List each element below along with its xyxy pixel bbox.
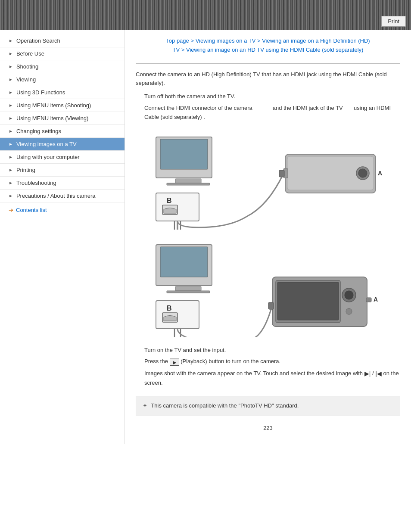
svg-point-33 xyxy=(346,308,352,314)
instruction-1: Turn off both the camera and the TV. xyxy=(144,92,400,101)
playback-icon: ▶ xyxy=(170,358,179,366)
content-area: Top page > Viewing images on a TV > View… xyxy=(125,30,411,444)
sidebar-item-viewing-tv[interactable]: ► Viewing images on a TV xyxy=(0,138,125,151)
instruction-5: Images shot with the camera appear on th… xyxy=(144,369,400,387)
arrow-icon: ► xyxy=(9,193,13,198)
svg-text:A: A xyxy=(378,170,382,177)
svg-rect-34 xyxy=(366,298,371,302)
svg-rect-21 xyxy=(167,291,210,293)
sidebar-item-label: Operation Search xyxy=(16,37,60,44)
arrow-icon: ► xyxy=(9,64,13,69)
sidebar-item-label: Shooting xyxy=(16,63,38,70)
sidebar-item-label: Precautions / About this camera xyxy=(16,193,96,199)
svg-text:B: B xyxy=(167,197,172,204)
arrow-icon: ► xyxy=(9,180,13,185)
sidebar-item-viewing[interactable]: ► Viewing xyxy=(0,73,125,86)
tip-icon: ✦ xyxy=(143,402,147,409)
sidebar-item-label: Using MENU items (Viewing) xyxy=(16,115,88,121)
arrow-icon: ► xyxy=(9,38,13,43)
arrow-icon: ► xyxy=(9,155,13,159)
instruction-2: Connect the HDMI connector of the camera… xyxy=(144,104,400,122)
sidebar-item-label: Before Use xyxy=(16,50,44,57)
arrow-icon: ► xyxy=(9,90,13,95)
contents-link-label: Contents list xyxy=(16,207,47,213)
svg-rect-2 xyxy=(175,179,201,183)
connection-diagram-1: B C A xyxy=(143,131,393,230)
svg-rect-17 xyxy=(279,170,284,177)
body-text-1: Connect the camera to an HD (High Defini… xyxy=(136,70,400,88)
header-banner: Print xyxy=(0,0,411,30)
arrow-icon: ► xyxy=(9,116,13,121)
sidebar-item-changing-settings[interactable]: ► Changing settings xyxy=(0,125,125,138)
sidebar-item-label: Changing settings xyxy=(16,128,61,134)
sidebar-item-printing[interactable]: ► Printing xyxy=(0,164,125,177)
svg-point-14 xyxy=(358,169,367,177)
instruction-3: Turn on the TV and set the input. xyxy=(144,346,400,355)
sidebar-item-3d-functions[interactable]: ► Using 3D Functions xyxy=(0,86,125,99)
breadcrumb-hdmi[interactable]: TV > Viewing an image on an HD TV using … xyxy=(173,47,364,53)
prev-icon: |◀ xyxy=(375,370,382,377)
sidebar-item-menu-shooting[interactable]: ► Using MENU items (Shooting) xyxy=(0,99,125,112)
diagram-1: B C A xyxy=(136,131,400,230)
sidebar-item-label: Using MENU items (Shooting) xyxy=(16,102,91,109)
svg-point-32 xyxy=(345,291,353,299)
sidebar-item-label: Troubleshooting xyxy=(16,180,56,186)
svg-text:B: B xyxy=(167,305,172,312)
arrow-icon: ► xyxy=(9,168,13,172)
svg-text:A: A xyxy=(374,296,378,303)
arrow-icon: ► xyxy=(9,129,13,134)
arrow-icon: ► xyxy=(9,77,13,82)
arrow-icon: ► xyxy=(9,103,13,108)
breadcrumb-viewing-tv[interactable]: Viewing images on a TV xyxy=(196,37,256,44)
svg-rect-30 xyxy=(277,282,339,320)
sidebar-item-menu-viewing[interactable]: ► Using MENU items (Viewing) xyxy=(0,112,125,125)
main-layout: ► Operation Search ► Before Use ► Shooti… xyxy=(0,30,411,444)
sidebar-item-operation-search[interactable]: ► Operation Search xyxy=(0,34,125,47)
connection-diagram-2: B C A xyxy=(143,238,393,337)
arrow-icon: ► xyxy=(9,142,13,146)
sidebar-item-shooting[interactable]: ► Shooting xyxy=(0,60,125,73)
instruction-4: Press the ▶ (Playback) button to turn on… xyxy=(144,357,400,366)
page-number: 223 xyxy=(136,425,400,431)
tip-text: This camera is compatible with the "Phot… xyxy=(151,402,299,409)
sidebar-item-label: Viewing xyxy=(16,76,36,83)
breadcrumb: Top page > Viewing images on a TV > View… xyxy=(136,37,400,55)
sidebar-item-precautions[interactable]: ► Precautions / About this camera xyxy=(0,190,125,202)
contents-list-link[interactable]: ➔ Contents list xyxy=(0,202,125,218)
title-separator xyxy=(136,63,400,64)
sidebar-item-computer[interactable]: ► Using with your computer xyxy=(0,151,125,164)
next-icon: ▶| xyxy=(364,370,371,377)
svg-rect-36 xyxy=(268,302,274,309)
sidebar-item-label: Using with your computer xyxy=(16,154,80,160)
print-button[interactable]: Print xyxy=(381,16,406,27)
breadcrumb-hd[interactable]: Viewing an image on a High Definition (H… xyxy=(262,37,370,44)
sidebar-item-label: Using 3D Functions xyxy=(16,89,65,96)
sidebar-item-label: Printing xyxy=(16,167,35,173)
svg-rect-1 xyxy=(160,139,208,169)
svg-rect-19 xyxy=(160,247,208,277)
sidebar-item-label: Viewing images on a TV xyxy=(16,141,77,147)
breadcrumb-top[interactable]: Top page xyxy=(166,37,189,44)
svg-rect-3 xyxy=(167,183,210,185)
diagram-2: B C A xyxy=(136,238,400,337)
arrow-icon: ► xyxy=(9,51,13,56)
svg-rect-20 xyxy=(175,286,201,291)
arrow-right-icon: ➔ xyxy=(9,207,13,213)
sidebar-item-troubleshooting[interactable]: ► Troubleshooting xyxy=(0,177,125,190)
tip-box: ✦ This camera is compatible with the "Ph… xyxy=(136,396,400,416)
sidebar-item-before-use[interactable]: ► Before Use xyxy=(0,47,125,60)
sidebar: ► Operation Search ► Before Use ► Shooti… xyxy=(0,30,125,444)
